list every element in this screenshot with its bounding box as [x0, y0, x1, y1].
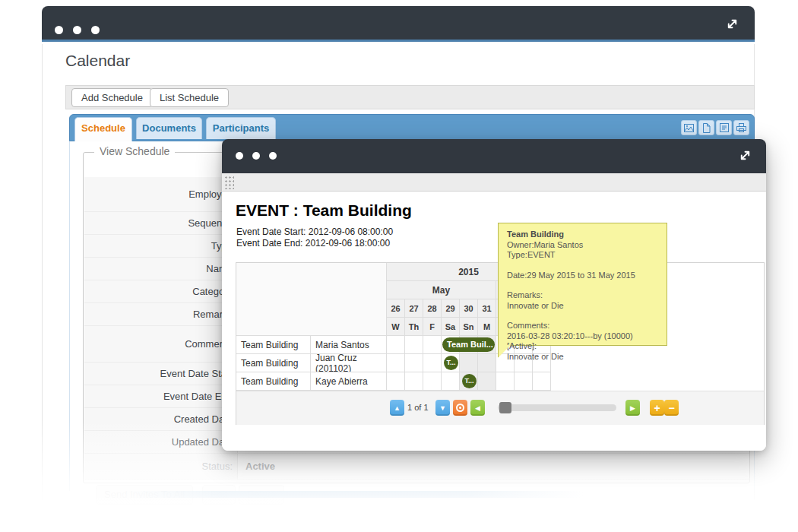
- window-subheader: [222, 173, 766, 192]
- tab-schedule[interactable]: Schedule: [74, 117, 132, 142]
- note-icon-button[interactable]: [716, 120, 732, 135]
- fieldset-legend: View Schedule: [94, 145, 175, 157]
- back-window-titlebar: [42, 6, 755, 42]
- task-owner-cell: Kaye Abierra: [311, 372, 387, 391]
- tooltip-comments-label: Comments:: [507, 321, 658, 331]
- day-header: 29: [442, 299, 460, 318]
- page-title: Calendar: [65, 52, 130, 70]
- window-dot[interactable]: [91, 26, 100, 34]
- timeline-slider-handle[interactable]: [499, 402, 511, 413]
- event-heading: EVENT : Team Building: [236, 201, 412, 220]
- file-icon-button[interactable]: [698, 120, 714, 135]
- event-dot[interactable]: T...: [462, 374, 477, 388]
- add-schedule-button[interactable]: Add Schedule: [71, 88, 153, 107]
- weekday-header: M: [478, 318, 496, 336]
- expand-icon[interactable]: [725, 17, 739, 31]
- tooltip-owner: Owner:Maria Santos: [507, 240, 658, 251]
- pager-text: 1 of 1: [407, 403, 429, 412]
- tab-bar: Schedule Documents Participants: [69, 114, 755, 141]
- tooltip-remarks-label: Remarks:: [507, 290, 658, 301]
- task-owner-cell: Juan Cruz (201102): [311, 354, 387, 372]
- tab-participants[interactable]: Participants: [206, 117, 276, 139]
- event-tooltip: Team Building Owner:Maria Santos Type:EV…: [498, 223, 667, 346]
- window-dot[interactable]: [269, 152, 277, 160]
- task-name-cell: Team Building: [236, 354, 311, 372]
- task-owner-cell: Maria Santos: [311, 336, 387, 354]
- event-date-end: Event Date End: 2012-09-06 18:00:00: [236, 238, 390, 249]
- scroll-left-button[interactable]: ◀: [470, 400, 485, 416]
- tooltip-remarks: Innovate or Die: [507, 301, 658, 312]
- weekday-header: Th: [405, 318, 423, 336]
- gantt-corner-cell: [236, 263, 387, 336]
- schedule-actions-toolbar: Add Schedule List Schedule: [65, 85, 755, 109]
- task-name-cell: Team Building: [236, 336, 311, 354]
- tooltip-date: Date:29 May 2015 to 31 May 2015: [507, 271, 658, 281]
- drag-handle-icon[interactable]: [224, 176, 234, 189]
- window-dot[interactable]: [73, 26, 81, 34]
- weekday-header: W: [387, 318, 405, 336]
- weekday-header: F: [423, 318, 442, 336]
- tooltip-title: Team Building: [507, 230, 658, 240]
- expand-icon[interactable]: [738, 148, 752, 163]
- month-header: May: [387, 281, 496, 299]
- day-header: 28: [423, 299, 442, 318]
- event-popup-window: EVENT : Team Building Event Date Start: …: [222, 139, 766, 451]
- task-name-cell: Team Building: [236, 372, 311, 391]
- event-bar[interactable]: Team Buil...: [442, 337, 495, 352]
- scroll-right-button[interactable]: ▶: [625, 400, 640, 416]
- day-header: 26: [387, 299, 405, 318]
- tooltip-comment-meta: 2016-03-28 03:20:10---by (10000) [Active…: [507, 331, 658, 352]
- tooltip-tail: [498, 345, 511, 358]
- window-dot[interactable]: [55, 26, 63, 34]
- today-target-button[interactable]: [453, 400, 467, 416]
- list-schedule-button[interactable]: List Schedule: [150, 88, 229, 107]
- event-date-start: Event Date Start: 2012-09-06 08:00:00: [236, 226, 393, 237]
- day-header: 27: [405, 299, 423, 318]
- target-icon: [456, 404, 464, 412]
- weekday-header: Sa: [442, 318, 460, 336]
- image-icon-button[interactable]: [681, 120, 697, 135]
- page-down-button[interactable]: ▼: [435, 400, 450, 416]
- zoom-in-button[interactable]: +: [650, 400, 664, 416]
- event-content: EVENT : Team Building Event Date Start: …: [222, 192, 766, 451]
- tooltip-tail-edge: [498, 345, 499, 357]
- timeline-slider-track[interactable]: [498, 404, 616, 411]
- page-up-button[interactable]: ▲: [390, 400, 404, 416]
- gantt-toolbar: ▲ 1 of 1 ▼ ◀ ▶ + −: [236, 391, 764, 425]
- day-header: 30: [460, 299, 478, 318]
- window-dot[interactable]: [252, 152, 260, 160]
- event-dot[interactable]: T...: [444, 356, 458, 370]
- print-icon-button[interactable]: [733, 120, 749, 135]
- tooltip-comment-value: Innovate or Die: [507, 352, 658, 363]
- day-header: 31: [478, 299, 496, 318]
- tab-documents[interactable]: Documents: [136, 117, 202, 139]
- screen: Calendar Add Schedule List Schedule Sche…: [0, 0, 798, 532]
- zoom-out-button[interactable]: −: [664, 400, 679, 416]
- weekday-header: Sn: [460, 318, 478, 336]
- front-window-titlebar: [222, 139, 766, 173]
- window-dot[interactable]: [236, 152, 243, 160]
- tooltip-type: Type:EVENT: [507, 250, 658, 261]
